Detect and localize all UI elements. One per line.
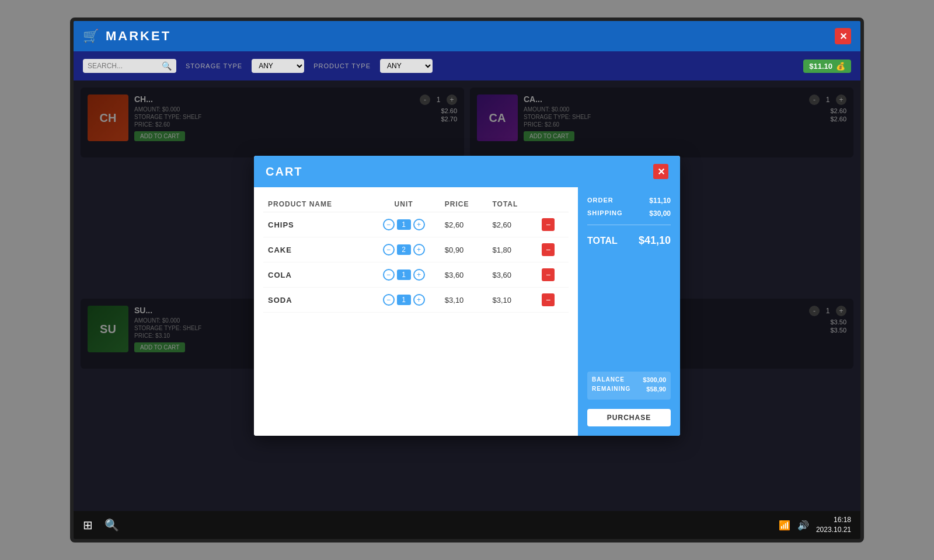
volume-icon: 🔊	[797, 520, 809, 531]
balance-icon: 💰	[836, 62, 845, 71]
remaining-label: REMAINING	[592, 386, 630, 393]
unit-control: − 1 +	[372, 294, 435, 306]
storage-type-select[interactable]: ANY	[252, 59, 304, 73]
title-bar: 🛒 MARKET ✕	[74, 21, 860, 51]
balance-row: BALANCE $300,00	[592, 376, 666, 383]
balance-label: BALANCE	[592, 376, 625, 383]
shipping-label: SHIPPING	[587, 209, 623, 216]
unit-decrease[interactable]: −	[383, 219, 395, 230]
search-taskbar-icon[interactable]: 🔍	[104, 518, 119, 532]
cart-item-name: CAKE	[263, 237, 367, 262]
cart-close-button[interactable]: ✕	[653, 164, 668, 179]
summary-order-row: ORDER $11,10	[587, 197, 671, 205]
monitor: 🛒 MARKET ✕ 🔍 STORAGE TYPE ANY PRODUCT TY…	[70, 18, 864, 542]
total-value: $41,10	[639, 235, 671, 247]
cart-item-total: $3,60	[487, 262, 537, 288]
balance-section: BALANCE $300,00 REMAINING $58,90	[587, 372, 671, 400]
cart-item-remove: −	[537, 237, 569, 262]
taskbar-right: 📶 🔊 16:18 2023.10.21	[779, 515, 851, 535]
cart-row: SODA − 1 + $3,10 $3,10 −	[263, 288, 569, 313]
unit-increase[interactable]: +	[413, 219, 425, 230]
cart-item-price: $3,60	[440, 262, 488, 288]
cart-item-remove: −	[537, 212, 569, 237]
remaining-value: $58,90	[646, 386, 666, 393]
remove-button[interactable]: −	[542, 268, 555, 281]
cart-summary: ORDER $11,10 SHIPPING $30,00 TOTAL $41,1…	[578, 187, 680, 436]
cart-item-total: $1,80	[487, 237, 537, 262]
cart-body: PRODUCT NAME UNIT PRICE TOTAL CHIPS	[254, 187, 680, 436]
window-close-button[interactable]: ✕	[835, 28, 851, 44]
cart-table-section: PRODUCT NAME UNIT PRICE TOTAL CHIPS	[254, 187, 578, 436]
summary-divider	[587, 225, 671, 225]
cart-item-remove: −	[537, 262, 569, 288]
window-title: MARKET	[106, 29, 828, 44]
search-icon: 🔍	[162, 61, 172, 71]
remove-button[interactable]: −	[542, 243, 555, 256]
taskbar: ⊞ 🔍 📶 🔊 16:18 2023.10.21	[74, 511, 860, 539]
col-product-name: PRODUCT NAME	[263, 197, 367, 212]
cart-item-unit: − 2 +	[367, 237, 440, 262]
balance-value: $11.10	[809, 62, 832, 71]
remove-button[interactable]: −	[542, 293, 555, 306]
cart-item-unit: − 1 +	[367, 212, 440, 237]
unit-value: 1	[397, 219, 411, 230]
market-icon: 🛒	[83, 29, 99, 44]
cart-item-name: SODA	[263, 288, 367, 313]
content-area: CH CH... AMOUNT: $0.000 STORAGE TYPE: SH…	[74, 80, 860, 511]
summary-spacer	[587, 254, 671, 362]
summary-total-row: TOTAL $41,10	[587, 235, 671, 247]
balance-value: $300,00	[643, 376, 666, 383]
cart-item-name: CHIPS	[263, 212, 367, 237]
col-unit: UNIT	[367, 197, 440, 212]
order-value: $11,10	[649, 197, 671, 205]
col-action	[537, 197, 569, 212]
unit-increase[interactable]: +	[413, 244, 425, 256]
unit-increase[interactable]: +	[413, 294, 425, 306]
cart-modal: CART ✕ PRODUCT NAME UNIT	[254, 156, 680, 436]
balance-badge: $11.10 💰	[803, 60, 851, 73]
unit-value: 1	[397, 270, 411, 280]
clock: 16:18	[816, 515, 851, 525]
remove-button[interactable]: −	[542, 218, 555, 231]
cart-item-unit: − 1 +	[367, 262, 440, 288]
cart-item-name: COLA	[263, 262, 367, 288]
shipping-value: $30,00	[649, 209, 671, 218]
cart-header: CART ✕	[254, 156, 680, 187]
storage-type-label: STORAGE TYPE	[186, 62, 242, 69]
unit-control: − 2 +	[372, 244, 435, 256]
cart-row: COLA − 1 + $3,60 $3,60 −	[263, 262, 569, 288]
taskbar-time: 16:18 2023.10.21	[816, 515, 851, 535]
cart-item-price: $3,10	[440, 288, 488, 313]
cart-item-price: $0,90	[440, 237, 488, 262]
cart-row: CHIPS − 1 + $2,60 $2,60 −	[263, 212, 569, 237]
search-box: 🔍	[83, 59, 176, 73]
unit-control: − 1 +	[372, 269, 435, 281]
unit-decrease[interactable]: −	[383, 294, 395, 306]
unit-decrease[interactable]: −	[383, 244, 395, 256]
remaining-row: REMAINING $58,90	[592, 386, 666, 393]
search-input[interactable]	[88, 62, 158, 70]
product-type-label: PRODUCT TYPE	[313, 62, 371, 69]
unit-increase[interactable]: +	[413, 269, 425, 281]
cart-row: CAKE − 2 + $0,90 $1,80 −	[263, 237, 569, 262]
cart-title: CART	[266, 165, 303, 178]
date: 2023.10.21	[816, 525, 851, 535]
col-price: PRICE	[440, 197, 488, 212]
unit-value: 1	[397, 295, 411, 305]
product-type-select[interactable]: ANY	[380, 59, 433, 73]
total-label: TOTAL	[587, 236, 618, 246]
purchase-button[interactable]: PURCHASE	[587, 409, 671, 426]
start-icon[interactable]: ⊞	[83, 518, 93, 532]
col-total: TOTAL	[487, 197, 537, 212]
summary-shipping-row: SHIPPING $30,00	[587, 209, 671, 218]
modal-overlay: CART ✕ PRODUCT NAME UNIT	[74, 80, 860, 511]
wifi-icon: 📶	[779, 520, 790, 531]
unit-value: 2	[397, 244, 411, 255]
order-label: ORDER	[587, 197, 614, 204]
toolbar: 🔍 STORAGE TYPE ANY PRODUCT TYPE ANY $11.…	[74, 51, 860, 80]
cart-item-price: $2,60	[440, 212, 488, 237]
unit-control: − 1 +	[372, 219, 435, 230]
cart-table: PRODUCT NAME UNIT PRICE TOTAL CHIPS	[263, 197, 569, 313]
unit-decrease[interactable]: −	[383, 269, 395, 281]
market-window: 🛒 MARKET ✕ 🔍 STORAGE TYPE ANY PRODUCT TY…	[74, 21, 860, 539]
